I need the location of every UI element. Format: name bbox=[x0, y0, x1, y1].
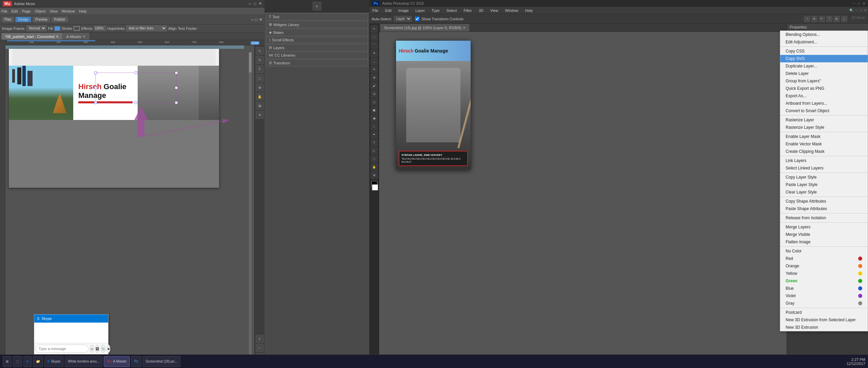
taskbar-edge[interactable]: e bbox=[23, 356, 32, 367]
align-right-icon[interactable]: ⊢ bbox=[819, 16, 825, 22]
ctx-color-blue[interactable]: Blue bbox=[780, 285, 868, 292]
ps-close-btn[interactable]: ✕ bbox=[863, 2, 865, 5]
ps-menu-type[interactable]: Type bbox=[430, 8, 441, 13]
ps-minimize-btn-2[interactable]: ─ bbox=[855, 8, 858, 12]
preview-btn[interactable]: Preview bbox=[33, 17, 50, 22]
ps-menu-select[interactable]: Select bbox=[445, 8, 458, 13]
tab-close-icon[interactable]: ✕ bbox=[56, 35, 59, 38]
panel-menu-btn[interactable]: ≡ bbox=[313, 2, 321, 11]
align-top-icon[interactable]: ⊤ bbox=[826, 16, 832, 22]
widgets-section-header[interactable]: ⊞ Widgets Library bbox=[266, 21, 368, 28]
ps-menu-image[interactable]: Image bbox=[397, 8, 410, 13]
ctx-color-red[interactable]: Red bbox=[780, 255, 868, 262]
ctx-rasterize-layer-style[interactable]: Rasterize Layer Style bbox=[780, 124, 868, 131]
layers-header[interactable]: ⊟ Layers bbox=[266, 44, 368, 51]
ps-menu-help[interactable]: Help bbox=[524, 8, 534, 13]
close-btn-2[interactable]: ✕ bbox=[259, 17, 262, 22]
ps-restore-btn[interactable]: □ bbox=[858, 2, 860, 5]
ps-menu-window[interactable]: Window bbox=[504, 8, 519, 13]
skype-image-btn[interactable]: 🖼 bbox=[95, 345, 99, 353]
taskbar-white-borders[interactable]: White borders arou... bbox=[65, 356, 102, 367]
vertical-scrollbar[interactable] bbox=[249, 52, 252, 363]
ps-menu-3d[interactable]: 3D bbox=[477, 8, 485, 13]
cc-libraries-header[interactable]: CC CC Libraries bbox=[266, 52, 368, 58]
ctx-edit-adjustment[interactable]: Edit Adjustment... bbox=[780, 38, 868, 46]
ctx-no-color[interactable]: No Color bbox=[780, 247, 868, 255]
select-tool[interactable]: ↖ bbox=[256, 47, 264, 55]
ctx-quick-export[interactable]: Quick Export as PNG bbox=[780, 85, 868, 92]
ps-lasso-tool[interactable]: ⌒ bbox=[371, 41, 378, 49]
ctx-merge-layers[interactable]: Merge Layers bbox=[780, 223, 868, 231]
ps-blur-tool[interactable]: ◉ bbox=[371, 115, 378, 122]
ps-healing-tool[interactable]: ⊕ bbox=[371, 74, 378, 81]
states-section-header[interactable]: ◈ States bbox=[266, 29, 368, 36]
transform-header[interactable]: ⊡ Transform bbox=[266, 60, 368, 66]
align-bottom-icon[interactable]: ⊥ bbox=[841, 16, 847, 22]
effects-value[interactable] bbox=[94, 26, 106, 31]
ctx-new-3d-extrusion[interactable]: New 3D Extrusion bbox=[780, 324, 868, 331]
ps-marquee-tool[interactable]: ⬚ bbox=[371, 33, 378, 41]
menu-help[interactable]: Help bbox=[79, 9, 87, 13]
ctx-color-green[interactable]: Green bbox=[780, 277, 868, 285]
menu-object[interactable]: Object bbox=[35, 9, 45, 13]
ps-menu-file[interactable]: File bbox=[371, 8, 380, 13]
ctx-artboard-from-layers[interactable]: Artboard from Layers... bbox=[780, 100, 868, 107]
tab-amaster[interactable]: A-Master ✕ bbox=[63, 33, 90, 40]
hand-tool[interactable]: ✋ bbox=[256, 93, 264, 101]
ctx-release-isolation[interactable]: Release from Isolation bbox=[780, 214, 868, 222]
align-left-icon[interactable]: ⊣ bbox=[804, 16, 810, 22]
ctx-paste-shape-attrs[interactable]: Paste Shape Attributes bbox=[780, 205, 868, 212]
eyedrop-tool[interactable]: ✦ bbox=[256, 111, 264, 119]
ctx-copy-svg[interactable]: Copy SVG bbox=[780, 55, 868, 62]
ps-eraser-tool[interactable]: ◻ bbox=[371, 98, 378, 106]
ctx-enable-layer-mask[interactable]: Enable Layer Mask bbox=[780, 133, 868, 140]
ps-gradient-tool[interactable]: ▣ bbox=[371, 106, 378, 114]
ps-close-btn-2[interactable]: ✕ bbox=[864, 8, 867, 12]
ps-move-tool[interactable]: ↖ bbox=[371, 25, 378, 33]
vscrollbar-thumb[interactable] bbox=[249, 52, 252, 73]
ctx-color-violet[interactable]: Violet bbox=[780, 292, 868, 300]
ctx-export-as[interactable]: Export As... bbox=[780, 92, 868, 100]
ps-shape-tool[interactable]: □ bbox=[371, 155, 378, 163]
ps-search-icon[interactable]: 🔍 bbox=[849, 8, 853, 12]
ctx-create-clipping-mask[interactable]: Create Clipping Mask bbox=[780, 148, 868, 155]
ps-menu-layer[interactable]: Layer bbox=[414, 8, 426, 13]
menu-window[interactable]: Window bbox=[62, 9, 75, 13]
taskbar-task-view[interactable]: ⬚ bbox=[13, 356, 22, 367]
ps-tab-close-icon[interactable]: ✕ bbox=[463, 26, 466, 29]
menu-view[interactable]: View bbox=[50, 9, 58, 13]
ctx-copy-css[interactable]: Copy CSS bbox=[780, 47, 868, 55]
ctx-copy-layer-style[interactable]: Copy Layer Style bbox=[780, 173, 868, 181]
ps-background-color[interactable] bbox=[372, 184, 378, 190]
zoom-tool[interactable]: ⊕ bbox=[256, 83, 264, 91]
skype-file-btn[interactable]: 📎 bbox=[101, 345, 105, 353]
ps-hand-tool[interactable]: ✋ bbox=[371, 163, 378, 171]
ctx-color-gray[interactable]: Gray bbox=[780, 300, 868, 307]
fill-color-swatch[interactable] bbox=[54, 26, 60, 31]
ctx-color-orange[interactable]: Orange bbox=[780, 262, 868, 270]
taskbar-windows-btn[interactable]: ⊞ bbox=[3, 356, 12, 367]
ps-restore-btn-2[interactable]: □ bbox=[860, 8, 862, 12]
ctx-paste-layer-style[interactable]: Paste Layer Style bbox=[780, 181, 868, 188]
menu-page[interactable]: Page bbox=[22, 9, 31, 13]
ps-properties-header[interactable]: Properties bbox=[787, 24, 868, 30]
taskbar-screenshot[interactable]: Screenshot (18).pn... bbox=[143, 356, 180, 367]
ctx-enable-vector-mask[interactable]: Enable Vector Mask bbox=[780, 140, 868, 148]
ctx-delete-layer[interactable]: Delete Layer bbox=[780, 70, 868, 77]
ctx-duplicate-layer[interactable]: Duplicate Layer... bbox=[780, 62, 868, 70]
taskbar-ps[interactable]: Ps bbox=[131, 356, 141, 367]
scroll-effects-header[interactable]: ↕ Scroll Effects bbox=[266, 37, 368, 43]
ctx-convert-smart[interactable]: Convert to Smart Object bbox=[780, 107, 868, 115]
crop-tool[interactable]: ⊠ bbox=[256, 102, 264, 110]
ctx-merge-visible[interactable]: Merge Visible bbox=[780, 231, 868, 238]
ctx-copy-shape-attrs[interactable]: Copy Shape Attributes bbox=[780, 198, 868, 205]
ps-eyedropper-tool[interactable]: ✎ bbox=[371, 66, 378, 73]
ps-tab-screenshot[interactable]: Screenshot (18).jpg @ 100% (Layer 0, RGB… bbox=[380, 24, 469, 32]
minimize-btn[interactable]: ─ bbox=[249, 2, 251, 6]
tab-converted[interactable]: *08_publish_start - Converted ✕ bbox=[1, 33, 62, 40]
ctx-new-3d-from-layer[interactable]: New 3D Extrusion from Selected Layer bbox=[780, 316, 868, 324]
stroke-swatch[interactable] bbox=[74, 26, 80, 31]
text-tool[interactable]: T bbox=[256, 65, 264, 73]
skype-emoji-btn[interactable]: ☺ bbox=[90, 345, 94, 353]
plan-btn[interactable]: Plan bbox=[2, 17, 14, 22]
